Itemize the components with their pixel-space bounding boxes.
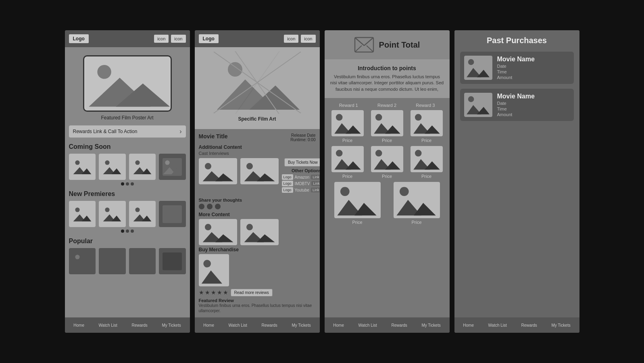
stars-row: ★ ★ ★ ★ ★	[199, 289, 228, 296]
nav-tickets-4[interactable]: My Tickets	[551, 321, 570, 330]
thumb-cs-1[interactable]	[69, 154, 96, 180]
thumb-np-3[interactable]	[129, 201, 156, 227]
nav-watchlist-1[interactable]: Watch List	[99, 321, 117, 330]
purchase-date-1: Date	[497, 64, 535, 69]
youtube-link[interactable]: Link	[311, 188, 320, 192]
thumb-cs-2[interactable]	[99, 154, 126, 180]
nav-rewards-4[interactable]: Rewards	[521, 321, 537, 330]
icon-2b[interactable]: icon	[301, 35, 315, 43]
star-1: ★	[199, 289, 204, 296]
reward-price-5: Price	[382, 174, 392, 179]
merch-thumb-1[interactable]	[199, 254, 229, 286]
share-dot-1[interactable]	[199, 204, 204, 209]
rewards-link-arrow-icon: ›	[179, 128, 181, 135]
share-dot-2[interactable]	[207, 204, 213, 209]
nav-watchlist-2[interactable]: Watch List	[229, 321, 247, 330]
reward-thumb-4[interactable]	[331, 146, 364, 172]
additional-thumb-1[interactable]	[199, 158, 237, 184]
imdbtv-link[interactable]: Link	[311, 181, 319, 186]
nav-tickets-2[interactable]: My Tickets	[292, 321, 311, 330]
popular-row	[69, 248, 186, 274]
thumb-pop-4[interactable]	[159, 248, 186, 274]
nav-tickets-3[interactable]: My Tickets	[421, 321, 440, 330]
nav-watchlist-3[interactable]: Watch List	[358, 321, 377, 330]
dot-1	[121, 182, 124, 186]
reward-thumb-5[interactable]	[371, 146, 403, 172]
thumb-np-4[interactable]	[159, 201, 186, 227]
share-dot-3[interactable]	[215, 204, 221, 209]
reward-thumb-2[interactable]	[371, 110, 403, 136]
amazon-link[interactable]: Link	[311, 175, 319, 179]
icon-1a[interactable]: icon	[154, 35, 169, 43]
svg-point-29	[135, 207, 140, 212]
reward-row-1: Price Price Price	[329, 110, 445, 143]
thumb-pop-2[interactable]	[99, 248, 126, 274]
buy-tickets-button[interactable]: Buy Tickets Now	[284, 158, 320, 167]
svg-point-61	[203, 260, 211, 267]
additional-thumbs	[199, 158, 279, 184]
s2-top-area: Specific Film Art	[195, 47, 320, 129]
reward-thumb-3[interactable]	[411, 110, 443, 136]
dot-2	[126, 182, 129, 186]
rewards-link-bar[interactable]: Rewards Link & Call To Action ›	[69, 125, 186, 138]
svg-rect-32	[163, 205, 182, 223]
purchase-date-2: Date	[497, 101, 535, 106]
reward-price-7: Price	[352, 220, 362, 225]
svg-point-89	[415, 150, 422, 156]
icon-1b[interactable]: icon	[171, 35, 185, 43]
share-thoughts-label: Share your thoughts	[199, 198, 316, 202]
imdbtv-name: IMDBTV	[295, 182, 310, 186]
nav-home-1[interactable]: Home	[73, 321, 84, 330]
purchase-thumb-1	[464, 56, 492, 80]
amazon-logo: Logo	[282, 174, 293, 180]
s3-top-area: Point Total	[325, 30, 450, 59]
nav-rewards-1[interactable]: Rewards	[131, 321, 147, 330]
dot-np-3	[131, 229, 134, 233]
nav-rewards-3[interactable]: Rewards	[391, 321, 407, 330]
nav-tickets-1[interactable]: My Tickets	[162, 321, 181, 330]
reward-price-6: Price	[421, 174, 431, 179]
intro-body: Vestibulum finibus urna eros. Phasellus …	[330, 74, 444, 92]
nav-watchlist-4[interactable]: Watch List	[488, 321, 507, 330]
point-total-title: Point Total	[379, 40, 420, 50]
nav-home-4[interactable]: Home	[463, 321, 474, 330]
thumb-pop-1[interactable]	[69, 248, 96, 274]
svg-line-64	[355, 38, 364, 46]
featured-review-label: Featured Review	[199, 298, 316, 303]
nav-rewards-2[interactable]: Rewards	[261, 321, 277, 330]
nav-home-2[interactable]: Home	[203, 321, 214, 330]
read-more-button[interactable]: Read more reviews	[231, 289, 273, 296]
svg-point-25	[105, 207, 110, 212]
svg-point-85	[375, 150, 382, 156]
reward-thumb-1[interactable]	[331, 110, 364, 136]
additional-thumb-2[interactable]	[240, 158, 279, 184]
specific-film-art	[213, 51, 302, 114]
more-thumb-2[interactable]	[240, 219, 279, 245]
featured-film-poster	[83, 55, 172, 112]
reward-thumb-7[interactable]	[334, 182, 381, 218]
other-options-label: Other Options	[292, 168, 320, 173]
thumb-cs-3[interactable]	[129, 154, 156, 180]
logo-1[interactable]: Logo	[69, 34, 89, 43]
cast-interviews-label: Cast Interviews	[199, 151, 316, 156]
new-premieres-dots	[121, 229, 134, 233]
reward-thumb-6[interactable]	[411, 146, 443, 172]
svg-rect-37	[163, 252, 182, 270]
svg-point-39	[228, 62, 242, 77]
thumb-np-2[interactable]	[99, 201, 126, 227]
runtime-label: Runtime: 0:00	[290, 138, 315, 142]
icon-2a[interactable]: icon	[284, 35, 298, 43]
more-thumb-1[interactable]	[199, 219, 237, 245]
star-5: ★	[223, 289, 228, 296]
purchase-item-1: Movie Name Date Time Amount	[460, 52, 574, 84]
thumb-pop-3[interactable]	[129, 248, 156, 274]
thumb-cs-4[interactable]	[159, 154, 186, 180]
screen-movie-detail: Logo icon icon Specific Film Art	[195, 30, 320, 333]
thumb-np-1[interactable]	[69, 201, 96, 227]
s2-bottom-area: Movie Title Release Date Runtime: 0:00 A…	[195, 129, 320, 317]
reward-thumb-8[interactable]	[394, 182, 440, 218]
nav-home-3[interactable]: Home	[333, 321, 344, 330]
logo-2[interactable]: Logo	[199, 34, 219, 43]
featured-film-label: Featured Film Poster Art	[101, 115, 153, 121]
movie-title: Movie Title	[199, 133, 228, 140]
